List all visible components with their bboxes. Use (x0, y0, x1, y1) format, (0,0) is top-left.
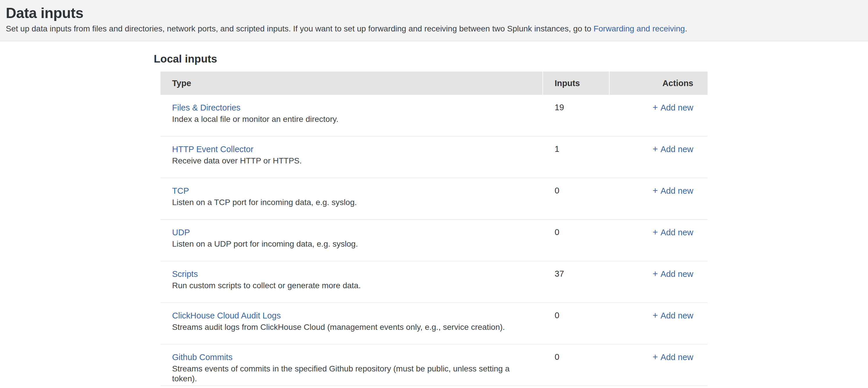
table-row: Github Commits Streams events of commits… (160, 345, 708, 386)
type-cell: TCP Listen on a TCP port for incoming da… (160, 178, 542, 219)
page-title: Data inputs (6, 4, 856, 22)
table-body: Files & Directories Index a local file o… (160, 95, 708, 386)
data-inputs-table: Type Inputs Actions Files & Directories … (160, 71, 708, 386)
actions-cell: +Add new (610, 219, 708, 261)
add-new-label: Add new (660, 311, 693, 320)
forwarding-and-receiving-link[interactable]: Forwarding and receiving (594, 24, 685, 33)
plus-icon: + (653, 310, 658, 321)
plus-icon: + (653, 269, 658, 279)
add-new-link[interactable]: +Add new (653, 228, 693, 237)
input-type-link[interactable]: Files & Directories (172, 103, 240, 112)
input-type-link[interactable]: Github Commits (172, 353, 232, 362)
actions-cell: +Add new (610, 345, 708, 386)
actions-cell: +Add new (610, 261, 708, 302)
actions-cell: +Add new (610, 178, 708, 219)
add-new-label: Add new (660, 269, 693, 279)
add-new-link[interactable]: +Add new (653, 103, 693, 112)
actions-cell: +Add new (610, 303, 708, 344)
table-row: HTTP Event Collector Receive data over H… (160, 137, 708, 178)
input-type-description: Listen on a TCP port for incoming data, … (172, 198, 534, 207)
inputs-count: 19 (543, 95, 609, 136)
table-row: ClickHouse Cloud Audit Logs Streams audi… (160, 303, 708, 345)
inputs-count: 0 (543, 219, 609, 261)
local-inputs-section-title: Local inputs (154, 53, 868, 65)
type-cell: ClickHouse Cloud Audit Logs Streams audi… (160, 303, 542, 344)
type-cell: UDP Listen on a UDP port for incoming da… (160, 219, 542, 261)
input-type-link[interactable]: UDP (172, 228, 190, 237)
column-header-actions: Actions (610, 71, 708, 95)
column-header-inputs: Inputs (543, 71, 609, 95)
inputs-count: 0 (543, 178, 609, 219)
add-new-link[interactable]: +Add new (653, 269, 693, 279)
add-new-link[interactable]: +Add new (653, 186, 693, 196)
plus-icon: + (653, 144, 658, 154)
input-type-link[interactable]: HTTP Event Collector (172, 145, 253, 154)
add-new-link[interactable]: +Add new (653, 311, 693, 320)
add-new-label: Add new (660, 145, 693, 154)
add-new-label: Add new (660, 103, 693, 112)
actions-cell: +Add new (610, 137, 708, 178)
table-row: Files & Directories Index a local file o… (160, 95, 708, 137)
column-header-type: Type (160, 71, 542, 95)
table-row: UDP Listen on a UDP port for incoming da… (160, 219, 708, 261)
inputs-count: 0 (543, 303, 609, 344)
table-row: TCP Listen on a TCP port for incoming da… (160, 178, 708, 219)
subtitle-period: . (685, 24, 687, 33)
table-row: Scripts Run custom scripts to collect or… (160, 261, 708, 303)
input-type-description: Run custom scripts to collect or generat… (172, 281, 534, 291)
add-new-label: Add new (660, 186, 693, 196)
input-type-description: Receive data over HTTP or HTTPS. (172, 156, 534, 166)
plus-icon: + (653, 352, 658, 362)
main-content: Local inputs Type Inputs Actions Files &… (0, 41, 868, 386)
input-type-description: Index a local file or monitor an entire … (172, 114, 534, 124)
add-new-label: Add new (660, 353, 693, 362)
inputs-count: 37 (543, 261, 609, 302)
add-new-link[interactable]: +Add new (653, 353, 693, 362)
input-type-description: Streams events of commits in the specifi… (172, 364, 534, 384)
subtitle-text: Set up data inputs from files and direct… (6, 24, 594, 33)
type-cell: Files & Directories Index a local file o… (160, 95, 542, 136)
input-type-description: Streams audit logs from ClickHouse Cloud… (172, 322, 534, 332)
type-cell: Scripts Run custom scripts to collect or… (160, 261, 542, 302)
plus-icon: + (653, 185, 658, 196)
type-cell: HTTP Event Collector Receive data over H… (160, 137, 542, 178)
input-type-description: Listen on a UDP port for incoming data, … (172, 239, 534, 249)
page-header-band: Data inputs Set up data inputs from file… (0, 0, 868, 41)
table-header-row: Type Inputs Actions (160, 71, 708, 95)
plus-icon: + (653, 102, 658, 113)
add-new-link[interactable]: +Add new (653, 145, 693, 154)
input-type-link[interactable]: TCP (172, 186, 189, 196)
input-type-link[interactable]: Scripts (172, 269, 198, 279)
actions-cell: +Add new (610, 95, 708, 136)
inputs-count: 0 (543, 345, 609, 386)
input-type-link[interactable]: ClickHouse Cloud Audit Logs (172, 311, 281, 320)
plus-icon: + (653, 227, 658, 237)
type-cell: Github Commits Streams events of commits… (160, 345, 542, 386)
inputs-count: 1 (543, 137, 609, 178)
page-subtitle: Set up data inputs from files and direct… (6, 24, 856, 34)
add-new-label: Add new (660, 228, 693, 237)
